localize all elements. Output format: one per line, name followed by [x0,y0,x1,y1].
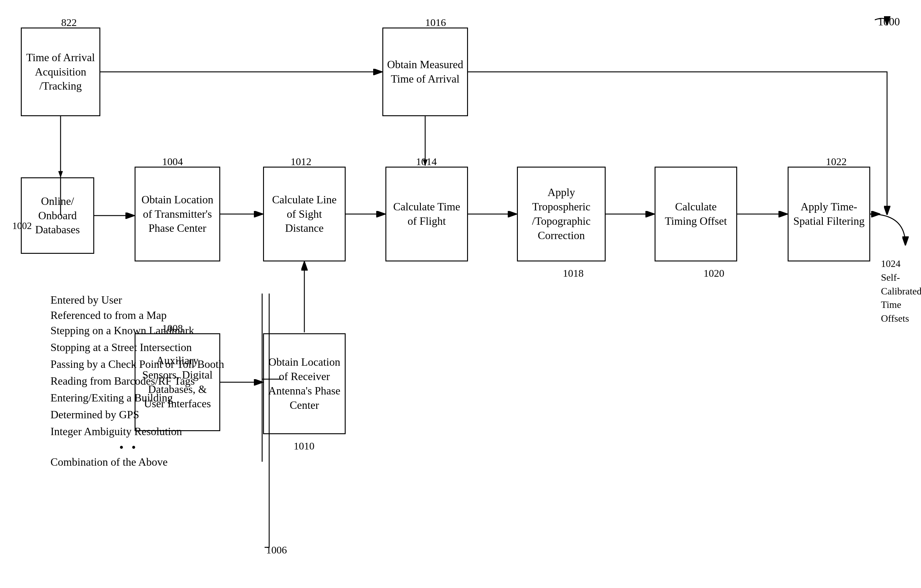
ref-1004: 1004 [162,156,183,167]
list-passing-checkpoint: Passing by a Check Point or Toll Booth [50,358,224,370]
ref-1016: 1016 [425,17,446,28]
list-reading-barcodes: Reading from Barcodes/RF Tags [50,375,195,387]
ref-822: 822 [61,17,77,28]
list-integer-ambiguity: Integer Ambiguity Resolution [50,425,182,438]
ref-1006: 1006 [266,544,287,556]
list-stopping-intersection: Stopping at a Street Intersection [50,341,192,354]
box-1010: Obtain Location of Receiver Antenna's Ph… [263,333,346,434]
box-1012: Calculate Line of Sight Distance [263,167,346,262]
box-1016: Obtain Measured Time of Arrival [382,28,468,116]
box-1014: Calculate Time of Flight [386,167,468,262]
ref-1020: 1020 [703,268,724,279]
diagram-container: 1000 Time of Arrival Acquisition /Tracki… [0,0,921,588]
box-822: Time of Arrival Acquisition /Tracking [21,28,100,116]
ref-1000: 1000 [878,15,900,28]
ref-1014: 1014 [416,156,437,167]
ref-1002: 1002 [12,220,32,231]
box-1022: Apply Time-Spatial Filtering [788,167,870,262]
list-referenced-map: Referenced to from a Map [50,309,167,322]
box-1002: Online/ Onboard Databases [21,177,94,254]
ref-1022: 1022 [826,156,847,167]
list-stepping-landmark: Stepping on a Known Landmark [50,324,194,337]
list-dots: • • [119,440,138,455]
ref-1018: 1018 [563,268,584,279]
box-1020: Calculate Timing Offset [654,167,737,262]
box-1018: Apply Tropospheric /Topographic Correcti… [517,167,605,262]
ref-1012: 1012 [291,156,311,167]
ref-1024: 1024Self-CalibratedTimeOffsets [881,257,921,325]
svg-marker-16 [59,171,63,177]
list-entered-by-user: Entered by User [50,294,122,306]
list-combination: Combination of the Above [50,456,168,468]
list-entering-building: Entering/Exiting a Building [50,391,173,404]
list-determined-gps: Determined by GPS [50,408,139,421]
box-1004: Obtain Location of Transmitter's Phase C… [135,167,220,262]
ref-1010: 1010 [294,440,314,452]
